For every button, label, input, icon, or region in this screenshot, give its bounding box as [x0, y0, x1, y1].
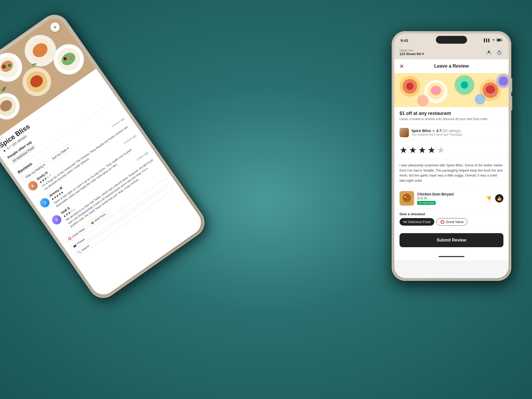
status-time: 9:41 [401, 38, 408, 43]
address-chevron: ▾ [422, 52, 424, 56]
svg-point-46 [475, 94, 485, 104]
reviewer-avatar: E [26, 179, 39, 192]
reviewer-avatar: V [50, 213, 63, 226]
review-header-bar: ✕ Leave a Review [394, 59, 509, 73]
signal-icon: ▌▌▌ [484, 38, 490, 42]
svg-point-28 [488, 51, 490, 53]
star-rating[interactable]: ★ ★ ★ ★ ★ [400, 145, 503, 155]
svg-rect-29 [498, 52, 501, 54]
promo-illustration [394, 73, 509, 107]
svg-point-42 [486, 85, 495, 94]
delicious-food-shoutout[interactable]: 🍽 Delicious Food [400, 218, 434, 226]
right-phone: 9:41 ▌▌▌ [392, 31, 511, 281]
discount-subtitle: Leave a review to receive a $1 discount … [400, 117, 503, 121]
svg-point-36 [431, 86, 441, 95]
give-shoutout-label: Give a shoutout [394, 209, 509, 218]
thumbs-up-button[interactable]: 👍 [495, 194, 503, 202]
last-order-info: You ordered from here last Thursday [411, 133, 503, 136]
review-page: ✕ Leave a Review [394, 59, 509, 260]
star-3[interactable]: ★ [418, 145, 426, 155]
svg-rect-27 [497, 39, 501, 41]
star-1[interactable]: ★ [400, 145, 407, 155]
svg-point-33 [406, 83, 414, 90]
star-rating-section: ★ ★ ★ ★ ★ [394, 141, 509, 160]
food-name: Chicken Dum Biryani [417, 192, 482, 196]
wifi-icon [492, 38, 495, 42]
star-5[interactable]: ★ [437, 145, 445, 155]
home-indicator [394, 251, 509, 260]
delivery-address: 123 Street Rd [400, 52, 421, 56]
restaurant-name-right: Spice Bliss ★ 4.7 (60 ratings) [411, 129, 503, 133]
great-value-shoutout[interactable]: ⭕ Great Value [436, 218, 467, 226]
reviewer-avatar: J [38, 196, 51, 209]
deliver-now-label: Deliver now [400, 49, 424, 52]
food-thumbnail [400, 191, 414, 206]
submit-button-section: Submit Review [394, 229, 509, 251]
delivery-bar: Deliver now 123 Street Rd ▾ [394, 47, 509, 59]
dynamic-island [436, 36, 467, 44]
svg-point-52 [403, 200, 411, 203]
svg-point-44 [499, 76, 508, 86]
page-title: Leave a Review [434, 63, 469, 69]
battery-icon [497, 38, 502, 42]
star-2[interactable]: ★ [409, 145, 417, 155]
volume-up-button[interactable] [511, 78, 512, 92]
restaurant-info-row: Spice Bliss ★ 4.7 (60 ratings) You order… [394, 125, 509, 141]
bag-icon-btn[interactable] [495, 48, 503, 57]
food-item-details: Chicken Dum Biryani $18.95 #3 most liked [417, 192, 482, 205]
close-button[interactable]: ✕ [400, 63, 404, 69]
left-phone: + Spice Bliss ★ 4.7 (60 ratings) People [0, 9, 210, 304]
svg-point-50 [404, 196, 406, 198]
food-rating-buttons: 👎 👍 [485, 194, 503, 202]
review-textarea-section[interactable]: I was pleasantly surprised with Spice Bl… [394, 160, 509, 188]
restaurant-avatar [400, 128, 409, 137]
status-bar: 9:41 ▌▌▌ [394, 34, 509, 47]
thumbs-down-button[interactable]: 👎 [485, 194, 493, 202]
volume-down-button[interactable] [511, 96, 512, 110]
discount-title: $1 off at any restaurant [400, 111, 503, 116]
shoutout-section: 🍽 Delicious Food ⭕ Great Value [394, 218, 509, 229]
most-liked-badge: #3 most liked [417, 201, 436, 205]
status-icons: ▌▌▌ [484, 38, 502, 42]
svg-point-45 [417, 95, 429, 106]
food-price: $18.95 [417, 196, 482, 200]
profile-icon-btn[interactable] [485, 48, 493, 57]
svg-point-51 [407, 198, 409, 199]
review-textarea[interactable]: I was pleasantly surprised with Spice Bl… [400, 163, 503, 184]
delivery-action-icons [485, 48, 503, 57]
star-4[interactable]: ★ [428, 145, 435, 155]
svg-point-39 [461, 81, 468, 89]
food-item-section: Chicken Dum Biryani $18.95 #3 most liked… [394, 188, 509, 209]
submit-review-button[interactable]: Submit Review [400, 233, 503, 247]
